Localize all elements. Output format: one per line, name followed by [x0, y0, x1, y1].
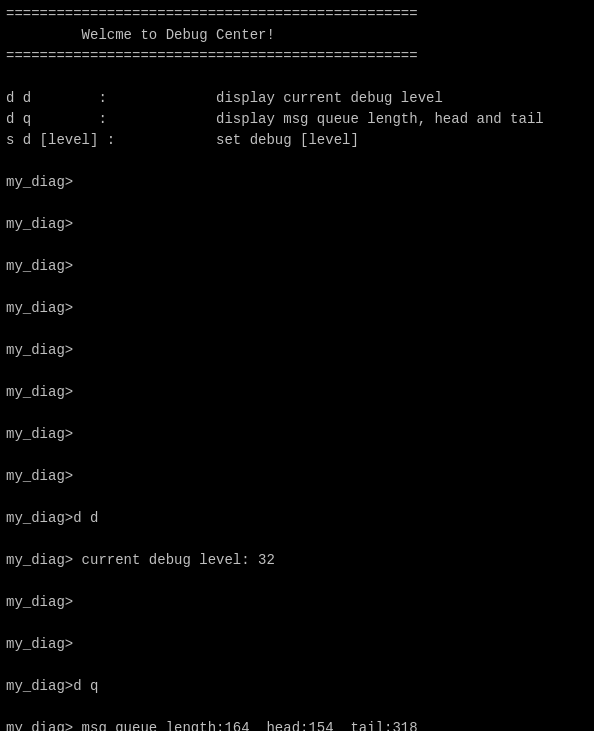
terminal-line-prompt10: my_diag> — [6, 634, 588, 655]
terminal-line-blank12 — [6, 571, 588, 592]
terminal-line-cmd2: my_diag>d q — [6, 676, 588, 697]
terminal-line-separator1: ========================================… — [6, 4, 588, 25]
terminal-line-blank11 — [6, 529, 588, 550]
terminal-line-prompt2: my_diag> — [6, 214, 588, 235]
terminal-line-result1: my_diag> current debug level: 32 — [6, 550, 588, 571]
terminal-line-blank2 — [6, 151, 588, 172]
terminal-line-prompt9: my_diag> — [6, 592, 588, 613]
terminal-line-blank9 — [6, 445, 588, 466]
terminal-line-prompt6: my_diag> — [6, 382, 588, 403]
terminal-line-cmd1: my_diag>d d — [6, 508, 588, 529]
terminal-line-prompt1: my_diag> — [6, 172, 588, 193]
terminal-line-prompt5: my_diag> — [6, 340, 588, 361]
terminal-line-blank1 — [6, 67, 588, 88]
terminal-line-help1: d d : display current debug level — [6, 88, 588, 109]
terminal-window: ========================================… — [0, 0, 594, 731]
terminal-line-blank4 — [6, 235, 588, 256]
terminal-line-prompt7: my_diag> — [6, 424, 588, 445]
terminal-line-blank14 — [6, 655, 588, 676]
terminal-line-blank13 — [6, 613, 588, 634]
terminal-line-prompt4: my_diag> — [6, 298, 588, 319]
terminal-line-blank15 — [6, 697, 588, 718]
terminal-line-blank3 — [6, 193, 588, 214]
terminal-line-prompt3: my_diag> — [6, 256, 588, 277]
terminal-line-blank6 — [6, 319, 588, 340]
terminal-line-result2: my_diag> msg queue length:164 head:154 t… — [6, 718, 588, 731]
terminal-line-help2: d q : display msg queue length, head and… — [6, 109, 588, 130]
terminal-line-blank10 — [6, 487, 588, 508]
terminal-line-blank8 — [6, 403, 588, 424]
terminal-line-prompt8: my_diag> — [6, 466, 588, 487]
terminal-line-blank7 — [6, 361, 588, 382]
terminal-line-title: Welcme to Debug Center! — [6, 25, 588, 46]
terminal-line-separator2: ========================================… — [6, 46, 588, 67]
terminal-line-help3: s d [level] : set debug [level] — [6, 130, 588, 151]
terminal-line-blank5 — [6, 277, 588, 298]
